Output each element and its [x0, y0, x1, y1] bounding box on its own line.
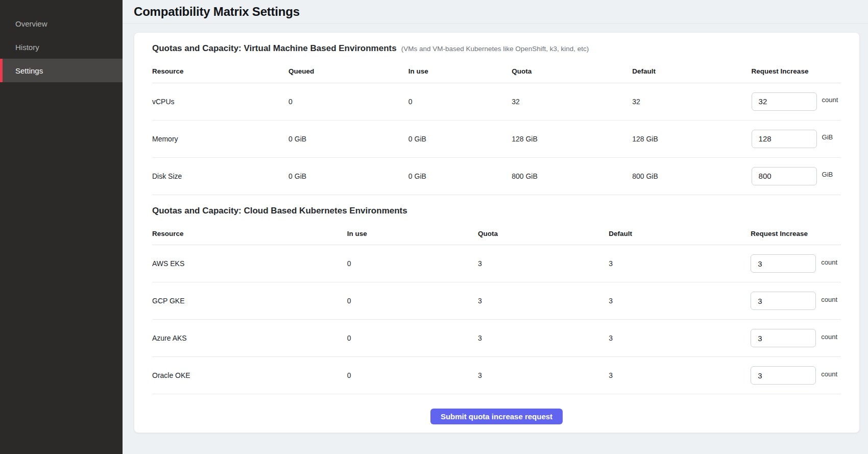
- column-header: In use: [408, 60, 512, 83]
- resource-value: 3: [609, 245, 751, 282]
- table-row: Azure AKS033count: [152, 320, 841, 357]
- resource-value: 0: [347, 357, 478, 394]
- sidebar-item-history[interactable]: History: [0, 35, 123, 59]
- resource-name: Disk Size: [152, 157, 288, 195]
- sidebar-item-settings[interactable]: Settings: [0, 59, 123, 82]
- vm-quota-table: ResourceQueuedIn useQuotaDefaultRequest …: [152, 60, 841, 195]
- main-area: Compatibility Matrix Settings Quotas and…: [123, 0, 868, 454]
- section-cloud-kubernetes: Quotas and Capacity: Cloud Based Kuberne…: [152, 206, 841, 395]
- resource-value: 0: [408, 83, 512, 120]
- resource-value: 0 GiB: [408, 157, 512, 195]
- request-increase-input[interactable]: [751, 292, 816, 310]
- section-title: Quotas and Capacity: Virtual Machine Bas…: [152, 43, 397, 54]
- unit-label: GiB: [822, 133, 833, 141]
- column-header: Default: [632, 60, 751, 83]
- sidebar-item-overview[interactable]: Overview: [0, 12, 123, 35]
- request-increase-cell: count: [751, 320, 841, 357]
- resource-value: 3: [478, 245, 609, 282]
- request-increase-input[interactable]: [752, 92, 817, 111]
- page-title: Compatibility Matrix Settings: [134, 5, 300, 19]
- resource-value: 800 GiB: [632, 157, 751, 195]
- resource-value: 128 GiB: [632, 120, 751, 157]
- request-increase-input[interactable]: [752, 130, 817, 148]
- resource-value: 128 GiB: [512, 120, 632, 157]
- column-header: Resource: [152, 223, 347, 245]
- resource-name: Oracle OKE: [152, 357, 347, 394]
- resource-value: 3: [478, 282, 609, 320]
- page-header: Compatibility Matrix Settings: [123, 0, 868, 23]
- resource-name: vCPUs: [152, 83, 288, 120]
- resource-value: 0: [288, 83, 408, 120]
- cloud-quota-table: ResourceIn useQuotaDefaultRequest Increa…: [152, 223, 841, 395]
- resource-value: 3: [609, 357, 751, 394]
- content-area: Quotas and Capacity: Virtual Machine Bas…: [123, 23, 868, 454]
- settings-card: Quotas and Capacity: Virtual Machine Bas…: [134, 32, 860, 433]
- resource-value: 3: [609, 320, 751, 357]
- resource-value: 32: [512, 83, 632, 120]
- resource-value: 0: [347, 245, 478, 282]
- resource-value: 0 GiB: [408, 120, 512, 157]
- table-header-row: ResourceIn useQuotaDefaultRequest Increa…: [152, 223, 841, 245]
- column-header: Quota: [512, 60, 632, 83]
- table-row: AWS EKS033count: [152, 245, 841, 282]
- unit-label: count: [821, 333, 837, 341]
- request-increase-cell: count: [751, 357, 841, 394]
- resource-value: 0: [347, 320, 478, 357]
- table-header-row: ResourceQueuedIn useQuotaDefaultRequest …: [152, 60, 841, 83]
- resource-name: GCP GKE: [152, 282, 347, 320]
- column-header: In use: [347, 223, 478, 245]
- request-increase-cell: count: [751, 245, 841, 282]
- request-increase-cell: GiB: [752, 120, 841, 157]
- resource-value: 3: [609, 282, 751, 320]
- request-increase-cell: count: [751, 282, 841, 320]
- unit-label: GiB: [822, 171, 833, 178]
- resource-value: 0 GiB: [288, 157, 408, 195]
- unit-label: count: [821, 296, 837, 303]
- section-vm-environments: Quotas and Capacity: Virtual Machine Bas…: [152, 43, 841, 195]
- unit-label: count: [821, 370, 837, 378]
- request-increase-input[interactable]: [751, 329, 816, 347]
- request-increase-input[interactable]: [751, 254, 816, 273]
- table-row: vCPUs003232count: [152, 83, 841, 120]
- column-header: Quota: [478, 223, 609, 245]
- table-row: Memory0 GiB0 GiB128 GiB128 GiBGiB: [152, 120, 841, 157]
- section-subtitle: (VMs and VM-based Kubernetes like OpenSh…: [401, 45, 589, 53]
- unit-label: count: [821, 258, 837, 266]
- section-title: Quotas and Capacity: Cloud Based Kuberne…: [152, 206, 407, 216]
- column-header: Default: [609, 223, 751, 245]
- resource-value: 3: [478, 320, 609, 357]
- request-increase-input[interactable]: [752, 167, 817, 185]
- request-increase-cell: GiB: [752, 157, 841, 195]
- submit-row: Submit quota increase request: [152, 409, 841, 424]
- resource-value: 0 GiB: [288, 120, 408, 157]
- resource-name: Azure AKS: [152, 320, 347, 357]
- column-header: Queued: [288, 60, 408, 83]
- request-increase-input[interactable]: [751, 366, 816, 385]
- request-increase-cell: count: [752, 83, 841, 120]
- table-row: Disk Size0 GiB0 GiB800 GiB800 GiBGiB: [152, 157, 841, 195]
- table-row: Oracle OKE033count: [152, 357, 841, 394]
- table-row: GCP GKE033count: [152, 282, 841, 320]
- column-header: Request Increase: [751, 223, 841, 245]
- resource-name: AWS EKS: [152, 245, 347, 282]
- resource-value: 0: [347, 282, 478, 320]
- resource-value: 800 GiB: [512, 157, 632, 195]
- resource-value: 3: [478, 357, 609, 394]
- unit-label: count: [822, 96, 838, 104]
- column-header: Resource: [152, 60, 288, 83]
- column-header: Request Increase: [752, 60, 841, 83]
- sidebar: Overview History Settings: [0, 0, 123, 454]
- resource-name: Memory: [152, 120, 288, 157]
- resource-value: 32: [632, 83, 751, 120]
- submit-quota-increase-button[interactable]: Submit quota increase request: [430, 409, 563, 424]
